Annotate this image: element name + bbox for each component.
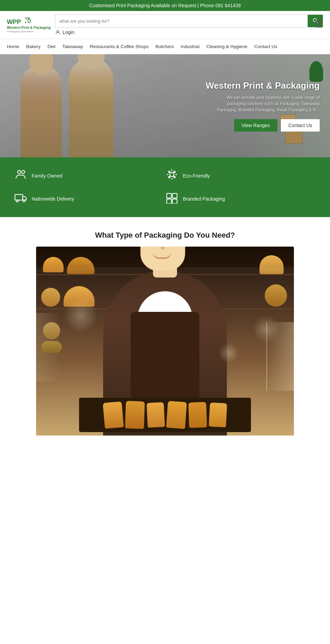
left-item-1 — [43, 322, 60, 339]
logo-icon — [24, 16, 32, 26]
feature-eco: Eco-Friendly — [165, 164, 316, 187]
header: WPP Western Print & Packaging Packaging … — [0, 11, 330, 39]
right-display-case — [266, 322, 294, 391]
logo-text: WPP — [7, 16, 32, 26]
svg-point-6 — [22, 170, 25, 173]
hero-title: Western Print & Packaging — [206, 80, 320, 91]
nav-industrial[interactable]: Industrial — [177, 39, 203, 54]
nav-bakery[interactable]: Bakery — [23, 39, 44, 54]
logo-subtitle: Packaging Specialists — [7, 30, 34, 33]
svg-rect-18 — [173, 199, 177, 204]
baguette-6 — [209, 403, 227, 428]
hero-buttons: View Ranges Contact Us — [234, 119, 320, 132]
baguette-4 — [166, 401, 187, 429]
svg-point-7 — [170, 172, 174, 177]
hero-section: Western Print & Packaging We can provide… — [0, 54, 330, 157]
user-icon — [55, 30, 60, 35]
svg-rect-17 — [167, 199, 172, 204]
baguette-5 — [188, 402, 207, 428]
svg-point-9 — [174, 171, 175, 173]
svg-rect-15 — [167, 193, 172, 198]
eco-icon — [165, 168, 179, 183]
svg-rect-12 — [15, 194, 23, 200]
cart-icon[interactable] — [315, 20, 323, 30]
svg-point-14 — [23, 200, 25, 202]
logo[interactable]: WPP Western Print & Packaging Packaging … — [7, 16, 52, 33]
logo-full-name: Western Print & Packaging — [7, 26, 51, 30]
baker-nose — [161, 247, 165, 249]
nav-restaurants[interactable]: Restaurants & Coffee Shops — [86, 39, 152, 54]
family-icon — [14, 168, 28, 183]
main-nav: Home Bakery Deli Takeaway Restaurants & … — [0, 39, 330, 54]
baguette-2 — [125, 401, 145, 429]
nav-takeaway[interactable]: Takeaway — [59, 39, 86, 54]
section-heading: What Type of Packaging Do You Need? — [0, 217, 330, 247]
svg-point-0 — [25, 22, 26, 23]
delivery-icon — [14, 191, 28, 206]
feature-delivery-label: Nationwide Delivery — [32, 196, 74, 202]
nav-deli[interactable]: Deli — [44, 39, 59, 54]
contact-us-button[interactable]: Contact Us — [281, 119, 320, 132]
top-banner: Customised Print Packaging Available on … — [0, 0, 330, 11]
svg-point-3 — [57, 31, 58, 32]
svg-point-11 — [174, 176, 175, 178]
feature-branded-label: Branded Packaging — [183, 196, 225, 202]
nav-cleaning[interactable]: Cleaning & Hygiene — [203, 39, 251, 54]
login-label: Login — [63, 30, 74, 35]
left-item-2 — [41, 341, 62, 353]
hero-description: We can provide your business with a wide… — [217, 94, 320, 113]
svg-point-10 — [168, 176, 170, 178]
features-section: Family Owned Eco-Friendly Nationwi — [0, 157, 330, 217]
nav-contact[interactable]: Contact Us — [251, 39, 281, 54]
top-banner-text: Customised Print Packaging Available on … — [89, 3, 241, 8]
baguette-3 — [146, 402, 165, 428]
bokeh-2 — [218, 343, 239, 363]
baker-head — [141, 247, 185, 271]
branded-icon — [165, 191, 179, 206]
svg-point-8 — [168, 171, 170, 173]
baker-smile — [153, 252, 172, 259]
baguette-1 — [102, 401, 123, 429]
view-ranges-button[interactable]: View Ranges — [234, 119, 277, 132]
nav-home[interactable]: Home — [3, 39, 23, 54]
baguette-tray — [79, 398, 251, 432]
search-bar — [55, 14, 323, 27]
login-row[interactable]: Login — [55, 30, 323, 35]
feature-family: Family Owned — [14, 164, 165, 187]
header-right: Login — [55, 14, 323, 35]
feature-delivery: Nationwide Delivery — [14, 187, 165, 210]
hero-overlay: Western Print & Packaging We can provide… — [0, 54, 330, 157]
feature-branded: Branded Packaging — [165, 187, 316, 210]
svg-point-13 — [16, 200, 18, 202]
search-input[interactable] — [55, 16, 308, 26]
bokeh-3 — [64, 298, 98, 332]
product-image-section — [0, 247, 330, 449]
feature-family-label: Family Owned — [32, 173, 62, 179]
svg-point-5 — [18, 170, 21, 173]
bakery-image — [36, 247, 294, 436]
feature-eco-label: Eco-Friendly — [183, 173, 210, 179]
svg-rect-16 — [173, 193, 177, 198]
nav-butchers[interactable]: Butchers — [152, 39, 177, 54]
